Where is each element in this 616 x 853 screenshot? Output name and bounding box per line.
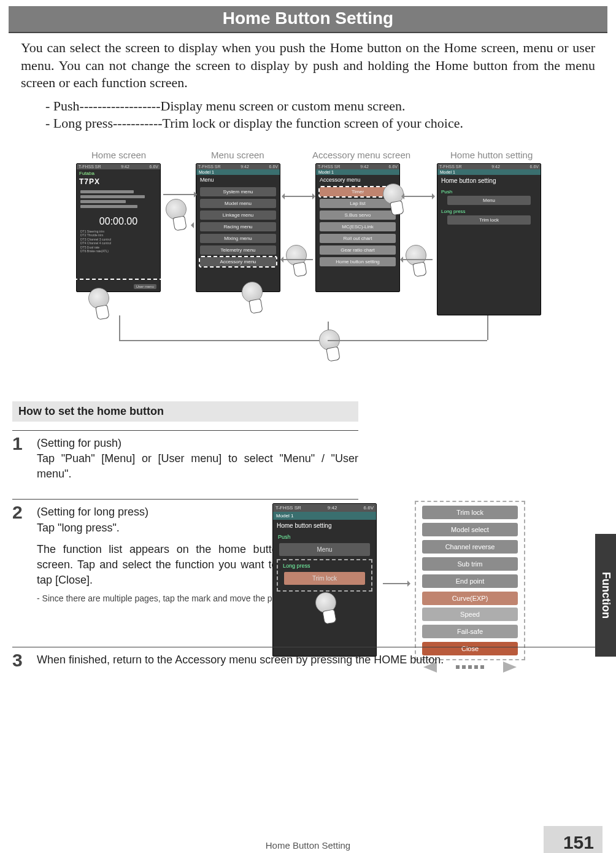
step-3: 3 When finished, return to the Accessory… <box>12 647 595 668</box>
side-tab-function: Function <box>595 534 616 657</box>
func-trim-lock[interactable]: Trim lock <box>422 506 518 519</box>
mock-setting-screen-2: T-FHSS SR9:426.6V Model 1 Home button se… <box>272 503 377 657</box>
tap-cursor-icon <box>286 245 307 266</box>
bullet-long-press: - Long press-----------Trim lock or disp… <box>45 115 595 131</box>
func-fail-safe[interactable]: Fail-safe <box>422 625 518 638</box>
label-accessory-screen: Accessory menu screen <box>312 150 410 160</box>
func-end-point[interactable]: End point <box>422 574 518 588</box>
function-list-panel: Trim lock Model select Channel reverse S… <box>415 501 525 660</box>
func-speed[interactable]: Speed <box>422 608 518 621</box>
step-3-body: When finished, return to the Accessory m… <box>37 652 595 668</box>
tap-cursor-icon <box>88 288 109 309</box>
footer: Home Button Setting <box>0 840 616 851</box>
tap-cursor-icon <box>166 199 187 220</box>
mock-menu-screen: T-FHSS SR9:426.6V Model 1 Menu System me… <box>196 163 280 292</box>
label-home-screen: Home screen <box>91 150 146 160</box>
page-number: 151 <box>544 826 603 853</box>
step-1-body: Tap "Puah" [Menu] or [User menu] to sele… <box>37 451 358 482</box>
step-1-title: (Setting for push) <box>37 436 358 451</box>
func-model-select[interactable]: Model select <box>422 523 518 536</box>
step-1: 1 (Setting for push) Tap "Puah" [Menu] o… <box>12 430 358 482</box>
behavior-list: - Push------------------Display menu scr… <box>45 98 595 131</box>
mock-accessory-screen: T-FHSS SR9:426.6V Model 1 Accessory menu… <box>315 163 400 292</box>
func-curve-exp[interactable]: Curve(EXP) <box>422 592 518 605</box>
mock-home-screen: T-FHSS SR9:426.6V Futaba T7PX 00:00.00 D… <box>76 163 161 292</box>
step-1-number: 1 <box>12 433 23 454</box>
func-channel-reverse[interactable]: Channel reverse <box>422 540 518 554</box>
func-sub-trim[interactable]: Sub trim <box>422 557 518 571</box>
howto-header: How to set the home button <box>12 401 358 422</box>
tap-cursor-icon <box>406 245 426 266</box>
bullet-push: - Push------------------Display menu scr… <box>45 98 595 114</box>
mock-setting-screen: T-FHSS SR9:426.6V Model 1 Home button se… <box>437 163 541 315</box>
intro-paragraph: You can select the screen to display whe… <box>21 39 595 92</box>
tap-cursor-icon <box>242 282 263 303</box>
label-home-button-setting: Home hutton setting <box>450 150 533 160</box>
page-title-bar: Home Button Setting <box>9 6 607 33</box>
navigation-diagram: Home screen Menu screen Accessory menu s… <box>21 150 595 371</box>
step-3-number: 3 <box>12 650 23 671</box>
step-2-number: 2 <box>12 502 23 523</box>
footer-title: Home Button Setting <box>266 840 350 851</box>
tap-cursor-icon <box>315 592 336 613</box>
label-menu-screen: Menu screen <box>211 150 264 160</box>
